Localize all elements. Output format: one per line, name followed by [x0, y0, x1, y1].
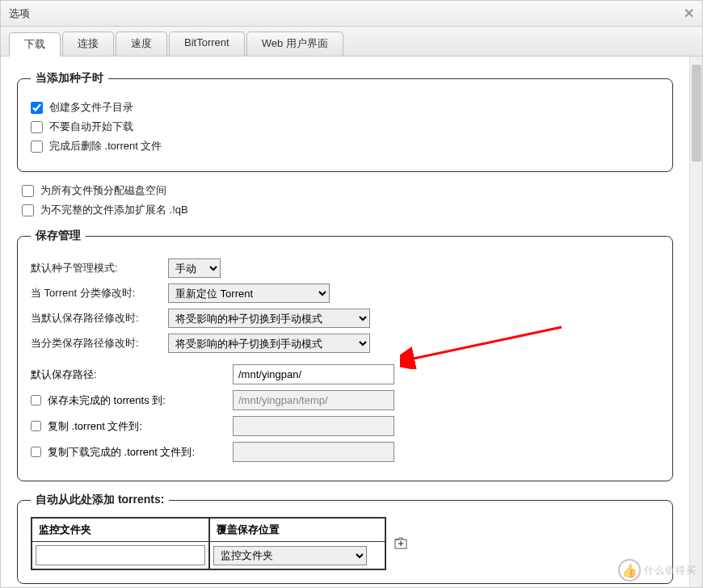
scrollbar-thumb[interactable] — [692, 65, 701, 162]
checkbox-preallocate[interactable] — [22, 185, 34, 197]
label-delete-torrent-after[interactable]: 完成后删除 .torrent 文件 — [49, 139, 162, 153]
label-save-path: 默认保存路径: — [31, 368, 225, 382]
checkbox-incomplete-ext[interactable] — [22, 204, 34, 216]
options-dialog: 选项 ✕ 下载 连接 速度 BitTorrent Web 用户界面 当添加种子时… — [0, 0, 703, 588]
tab-speed[interactable]: 速度 — [116, 32, 167, 56]
select-cat-path-change[interactable]: 将受影响的种子切换到手动模式 — [168, 334, 370, 353]
scrollbar-track[interactable] — [689, 57, 702, 587]
legend-save-management: 保存管理 — [31, 229, 86, 243]
checkbox-incomplete-path[interactable] — [31, 395, 41, 405]
fieldset-watch-folders: 自动从此处添加 torrents: 监控文件夹 覆盖保存位置 监控文件夹 — [17, 493, 673, 584]
label-copy-torrent[interactable]: 复制 .torrent 文件到: — [48, 419, 142, 434]
fieldset-add-torrent: 当添加种子时 创建多文件子目录 不要自动开始下载 完成后删除 .torrent … — [17, 71, 673, 172]
checkbox-create-subdir[interactable] — [31, 102, 43, 114]
content-area: 当添加种子时 创建多文件子目录 不要自动开始下载 完成后删除 .torrent … — [1, 57, 689, 587]
label-default-path-change: 当默认保存路径修改时: — [31, 311, 160, 326]
add-watch-folder-icon[interactable] — [394, 537, 407, 550]
checkbox-delete-torrent-after[interactable] — [31, 141, 43, 153]
label-incomplete-ext[interactable]: 为不完整的文件添加扩展名 .!qB — [40, 203, 188, 217]
tab-download[interactable]: 下载 — [9, 32, 61, 57]
label-mode: 默认种子管理模式: — [31, 261, 160, 275]
fieldset-save-management: 保存管理 默认种子管理模式: 手动 当 Torrent 分类修改时: 重新定位 … — [17, 229, 673, 481]
th-watch-folder: 监控文件夹 — [32, 518, 209, 542]
close-icon[interactable]: ✕ — [684, 6, 694, 21]
label-copy-finished-torrent[interactable]: 复制下载完成的 .torrent 文件到: — [48, 445, 195, 460]
legend-watch-folders: 自动从此处添加 torrents: — [31, 493, 169, 507]
select-override-location[interactable]: 监控文件夹 — [213, 546, 367, 565]
checkbox-dont-autostart[interactable] — [31, 121, 43, 133]
tab-connection[interactable]: 连接 — [62, 32, 114, 56]
checkbox-copy-finished-torrent[interactable] — [31, 447, 41, 457]
dialog-title: 选项 — [9, 6, 30, 21]
label-cat-path-change: 当分类保存路径修改时: — [31, 336, 160, 351]
titlebar: 选项 ✕ — [1, 1, 702, 27]
watch-table: 监控文件夹 覆盖保存位置 监控文件夹 — [31, 517, 386, 570]
legend-add-torrent: 当添加种子时 — [31, 71, 108, 86]
checkbox-copy-torrent[interactable] — [31, 421, 41, 431]
th-override-location: 覆盖保存位置 — [209, 518, 385, 542]
select-cat-change[interactable]: 重新定位 Torrent — [168, 284, 330, 303]
select-default-path-change[interactable]: 将受影响的种子切换到手动模式 — [168, 309, 370, 328]
watermark-text: 什么值得买 — [644, 564, 697, 578]
watermark: 👍 什么值得买 — [618, 559, 697, 582]
input-copy-torrent — [233, 416, 394, 436]
thumbs-up-icon: 👍 — [618, 559, 641, 582]
tab-bittorrent[interactable]: BitTorrent — [169, 32, 245, 56]
label-incomplete-path[interactable]: 保存未完成的 torrents 到: — [48, 393, 166, 408]
label-preallocate[interactable]: 为所有文件预分配磁盘空间 — [40, 183, 166, 198]
tab-webui[interactable]: Web 用户界面 — [246, 32, 343, 56]
input-incomplete-path — [233, 390, 394, 410]
label-cat-change: 当 Torrent 分类修改时: — [31, 286, 160, 300]
label-dont-autostart[interactable]: 不要自动开始下载 — [49, 120, 133, 134]
content-wrap: 当添加种子时 创建多文件子目录 不要自动开始下载 完成后删除 .torrent … — [1, 57, 702, 587]
input-watch-folder[interactable] — [36, 545, 205, 565]
label-create-subdir[interactable]: 创建多文件子目录 — [49, 100, 133, 115]
standalone-checks: 为所有文件预分配磁盘空间 为不完整的文件添加扩展名 .!qB — [22, 183, 673, 217]
tabbar: 下载 连接 速度 BitTorrent Web 用户界面 — [1, 27, 702, 57]
select-mode[interactable]: 手动 — [168, 258, 221, 278]
input-save-path[interactable] — [233, 364, 394, 384]
input-copy-finished-torrent — [233, 442, 394, 462]
